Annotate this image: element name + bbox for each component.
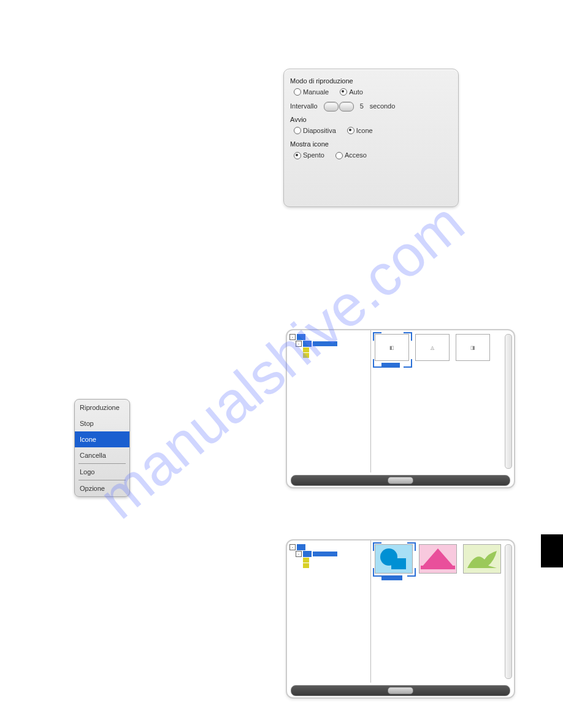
radio-on[interactable]: Acceso <box>335 151 367 159</box>
thumbnail-item[interactable] <box>375 544 413 574</box>
tree-pane: - - <box>287 330 371 472</box>
menu-item-stop[interactable]: Stop <box>75 415 129 431</box>
radio-off-icon <box>294 88 301 96</box>
file-icon <box>303 353 309 358</box>
menu-item-play[interactable]: Riproduzione <box>75 400 129 415</box>
radio-off[interactable]: Spento <box>294 151 324 159</box>
interval-value: 5 <box>360 102 364 110</box>
svg-marker-2 <box>422 548 454 567</box>
scroll-thumb[interactable] <box>388 477 413 484</box>
horizontal-scrollbar[interactable] <box>291 475 510 486</box>
placeholder-glyph-icon: ◧ <box>389 345 394 351</box>
playback-mode-title: Modo di riproduzione <box>290 77 452 85</box>
document-page: manualshive.com Modo di riproduzione Man… <box>0 0 563 728</box>
radio-on-icon <box>294 152 301 159</box>
thumbs-pane <box>371 540 514 683</box>
radio-auto[interactable]: Auto <box>340 88 363 96</box>
show-icons-row: Spento Acceso <box>294 151 452 159</box>
page-side-tab <box>541 534 563 567</box>
tree-collapse-icon[interactable]: - <box>289 334 296 340</box>
tree-collapse-icon[interactable]: - <box>296 341 302 347</box>
menu-item-logo[interactable]: Logo <box>75 464 129 480</box>
start-title: Avvio <box>290 115 452 124</box>
radio-manual[interactable]: Manuale <box>294 88 329 96</box>
shape-circle-square-icon <box>375 545 412 573</box>
radio-icons[interactable]: Icone <box>347 126 373 135</box>
radio-on-label: Acceso <box>345 151 367 159</box>
thumb-label-bar <box>381 575 402 580</box>
file-browser-placeholder: - - ◧ ◬ ◨ <box>286 329 515 488</box>
folder-icon <box>303 551 312 557</box>
scroll-thumb[interactable] <box>388 687 413 694</box>
settings-panel: Modo di riproduzione Manuale Auto Interv… <box>283 69 459 207</box>
svg-rect-3 <box>421 566 455 569</box>
spin-up-button[interactable] <box>339 102 354 112</box>
folder-icon <box>297 544 305 550</box>
radio-slide-label: Diapositiva <box>303 126 336 135</box>
radio-on-icon <box>340 88 347 96</box>
interval-row: Intervallo 5 secondo <box>290 102 452 112</box>
vertical-scrollbar[interactable] <box>505 544 512 679</box>
radio-auto-label: Auto <box>349 88 363 96</box>
menu-item-delete[interactable]: Cancella <box>75 447 129 463</box>
playback-mode-row: Manuale Auto <box>294 88 452 96</box>
file-browser-shapes: - - <box>286 539 515 699</box>
tree-collapse-icon[interactable]: - <box>289 544 296 550</box>
spin-down-button[interactable] <box>324 102 339 112</box>
vertical-scrollbar[interactable] <box>505 334 512 469</box>
context-menu: Riproduzione Stop Icone Cancella Logo Op… <box>74 399 130 497</box>
tree-collapse-icon[interactable]: - <box>296 551 302 557</box>
thumbs-pane: ◧ ◬ ◨ <box>371 330 514 472</box>
radio-off-icon <box>335 152 343 159</box>
folder-icon <box>303 341 312 347</box>
menu-item-option[interactable]: Opzione <box>75 480 129 496</box>
show-icons-title: Mostra icone <box>290 140 452 148</box>
file-icon <box>303 558 309 563</box>
thumbnail-item[interactable] <box>463 544 501 574</box>
tree-pane: - - <box>287 540 371 683</box>
radio-manual-label: Manuale <box>303 88 329 96</box>
shape-triangle-icon <box>419 545 456 573</box>
radio-off-label: Spento <box>303 151 324 159</box>
svg-rect-1 <box>391 558 406 569</box>
folder-label-bar <box>313 552 337 556</box>
radio-slide[interactable]: Diapositiva <box>294 126 336 135</box>
thumbnail-item[interactable] <box>419 544 457 574</box>
thumb-label-bar <box>381 363 400 368</box>
file-icon <box>303 347 309 352</box>
file-icon <box>303 563 309 568</box>
horizontal-scrollbar[interactable] <box>291 685 510 696</box>
interval-unit: secondo <box>370 102 396 110</box>
radio-icons-label: Icone <box>356 126 373 135</box>
radio-on-icon <box>347 127 354 134</box>
placeholder-glyph-icon: ◨ <box>470 345 475 351</box>
thumbnail-item[interactable]: ◨ <box>456 334 490 361</box>
start-row: Diapositiva Icone <box>294 126 452 135</box>
menu-item-icons[interactable]: Icone <box>75 431 129 447</box>
thumbnail-item[interactable]: ◬ <box>415 334 450 361</box>
shape-bird-icon <box>464 545 500 573</box>
interval-label: Intervallo <box>290 102 318 110</box>
placeholder-glyph-icon: ◬ <box>431 345 434 351</box>
radio-off-icon <box>294 127 301 134</box>
thumbnail-item[interactable]: ◧ <box>375 334 409 361</box>
folder-label-bar <box>313 341 337 346</box>
folder-icon <box>297 334 305 340</box>
